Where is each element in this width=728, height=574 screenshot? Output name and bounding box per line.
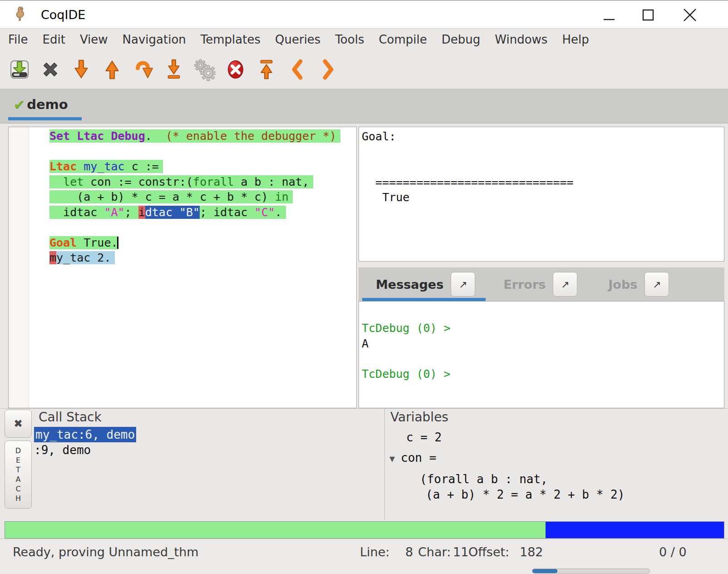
code-line: 7	[29, 220, 356, 235]
buffer-progress-strip	[5, 521, 724, 539]
reset-coq-button[interactable]	[194, 57, 216, 82]
variable-row[interactable]: ▼con =	[389, 450, 625, 467]
status-message: Ready, proving Unnamed_thm	[13, 545, 199, 559]
messages-text: TcDebug (0) > A TcDebug (0) >	[359, 302, 724, 381]
buffer-tab-bar: ✔ demo	[0, 89, 728, 124]
minimize-button[interactable]	[600, 6, 618, 24]
line-value: 8	[405, 545, 413, 559]
line-number-gutter	[9, 127, 29, 408]
coqide-logo-icon	[14, 6, 27, 23]
code-lines: 1Set Ltac Debug. (* enable the debugger …	[29, 127, 356, 408]
message-tab-bar: Messages↗Errors↗Jobs↗	[359, 267, 724, 301]
close-button[interactable]	[681, 6, 699, 24]
code-line: 8Goal True.	[29, 235, 356, 251]
code-line: 6 idtac "A"; idtac "B"; idtac "C".	[29, 205, 356, 220]
tab-demo[interactable]: ✔ demo	[8, 89, 82, 120]
processed-segment	[5, 522, 546, 538]
variable-row: c = 2	[389, 430, 625, 445]
title-bar: CoqIDE	[0, 0, 728, 29]
run-to-end-button[interactable]	[163, 57, 185, 82]
status-bar: Ready, proving Unnamed_thm Line: 8 Char:…	[0, 539, 728, 574]
worker-progress-fill	[532, 569, 557, 573]
save-button[interactable]	[9, 57, 30, 82]
offset-label: Offset:	[468, 545, 509, 559]
forward-one-command-button[interactable]	[70, 57, 92, 82]
menu-queries[interactable]: Queries	[268, 29, 328, 50]
tab-jobs[interactable]: Jobs	[608, 277, 637, 292]
code-line: 2	[29, 144, 356, 159]
code-line: 4 let con := constr:(forall a b : nat,	[29, 174, 356, 190]
menu-windows[interactable]: Windows	[487, 29, 555, 50]
variable-row: (a + b) * 2 = a * 2 + b * 2)	[389, 487, 625, 503]
menu-edit[interactable]: Edit	[35, 29, 73, 50]
offset-value: 182	[520, 545, 543, 559]
menu-file[interactable]: File	[1, 29, 35, 50]
menu-help[interactable]: Help	[555, 29, 596, 50]
saved-check-icon: ✔	[14, 97, 25, 113]
detach-messages-button[interactable]: ↗	[451, 272, 475, 297]
messages-panel: TcDebug (0) > A TcDebug (0) >	[359, 301, 724, 408]
menu-templates[interactable]: Templates	[193, 29, 268, 50]
goal-text: Goal: ============================= True	[359, 127, 724, 207]
close-debug-panel-button[interactable]: ✖	[5, 410, 32, 438]
stack-frame[interactable]: my_tac:6, demo	[34, 427, 136, 442]
tab-errors[interactable]: Errors	[503, 277, 546, 292]
char-value: 11	[453, 545, 468, 559]
variables-list: c = 2▼con =(forall a b : nat,(a + b) * 2…	[389, 426, 625, 502]
active-message-tab-indicator	[362, 298, 486, 301]
detach-jobs-button[interactable]: ↗	[644, 272, 669, 297]
menu-compile[interactable]: Compile	[371, 29, 434, 50]
worker-progress-bar	[532, 569, 650, 574]
tab-messages[interactable]: Messages	[376, 277, 443, 292]
close-buffer-button[interactable]	[39, 57, 61, 82]
next-occurrence-button[interactable]	[317, 57, 339, 82]
go-to-cursor-button[interactable]	[132, 57, 154, 82]
jobs-count: 0 / 0	[659, 545, 687, 559]
panel-divider[interactable]	[384, 409, 385, 520]
detach-errors-button[interactable]: ↗	[553, 272, 577, 297]
detach-debug-panel-button[interactable]: D E T A C H	[5, 440, 32, 509]
text-cursor	[117, 237, 118, 249]
variables-title: Variables	[390, 410, 448, 425]
code-line: 9my_tac 2.	[29, 250, 356, 266]
variable-row: (forall a b : nat,	[389, 472, 625, 487]
code-line: 1Set Ltac Debug. (* enable the debugger …	[29, 129, 356, 144]
code-line: 3Ltac my_tac c :=	[29, 159, 356, 174]
menu-navigation[interactable]: Navigation	[115, 29, 193, 50]
menu-bar: FileEditViewNavigationTemplatesQueriesTo…	[0, 29, 728, 50]
restart-to-start-button[interactable]	[256, 57, 277, 82]
menu-view[interactable]: View	[73, 29, 115, 50]
coqide-window: CoqIDE FileEditViewNavigationTemplatesQu…	[0, 0, 728, 574]
stack-frame[interactable]: :9, demo	[34, 443, 91, 457]
backward-one-command-button[interactable]	[101, 57, 123, 82]
debug-panels: ✖ D E T A C H Call Stack my_tac:6, demo:…	[0, 408, 728, 520]
expander-icon[interactable]: ▼	[389, 453, 395, 464]
previous-occurrence-button[interactable]	[286, 57, 308, 82]
code-line: 5 (a + b) * c = a * c + b * c) in	[29, 189, 356, 205]
goal-panel: Goal: ============================= True	[359, 127, 724, 262]
char-label: Char:	[418, 545, 451, 559]
call-stack-list: my_tac:6, demo:9, demo	[34, 427, 136, 458]
maximize-button[interactable]	[639, 6, 657, 24]
script-editor[interactable]: 1Set Ltac Debug. (* enable the debugger …	[8, 127, 357, 408]
menu-tools[interactable]: Tools	[328, 29, 371, 50]
interrupt-button[interactable]	[225, 57, 246, 82]
line-label: Line:	[360, 545, 389, 559]
menu-debug[interactable]: Debug	[434, 29, 488, 50]
tab-label: demo	[27, 97, 68, 112]
active-tab-indicator	[8, 117, 82, 120]
call-stack-title: Call Stack	[39, 410, 102, 425]
window-title: CoqIDE	[41, 8, 85, 22]
toolbar	[0, 50, 728, 89]
